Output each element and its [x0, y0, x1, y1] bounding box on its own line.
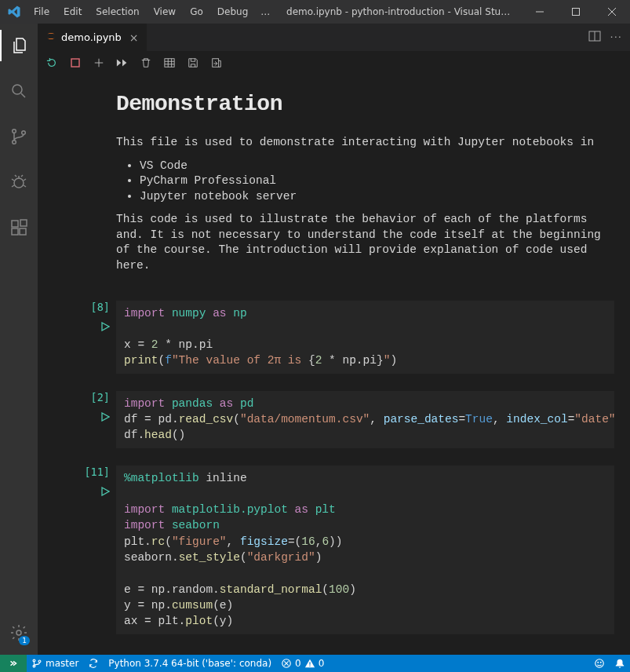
export-icon — [211, 57, 222, 68]
menu-edit[interactable]: Edit — [57, 3, 88, 20]
status-interpreter[interactable]: Python 3.7.4 64-bit ('base': conda) — [104, 655, 276, 672]
clear-outputs-button[interactable] — [140, 57, 152, 69]
restart-kernel-button[interactable] — [46, 57, 58, 69]
search-icon — [9, 82, 28, 100]
error-count: 0 — [295, 658, 301, 669]
menu-selection[interactable]: Selection — [89, 3, 145, 20]
table-icon — [164, 57, 175, 68]
status-bar: master Python 3.7.4 64-bit ('base': cond… — [0, 655, 630, 672]
variables-button[interactable] — [163, 57, 176, 69]
save-icon — [188, 57, 198, 68]
files-icon — [10, 36, 29, 55]
status-branch[interactable]: master — [27, 655, 83, 672]
activity-debug[interactable] — [0, 166, 38, 198]
play-icon — [100, 412, 110, 422]
export-button[interactable] — [210, 57, 223, 69]
run-cell-button[interactable] — [97, 322, 110, 334]
vscode-logo-icon — [0, 5, 27, 19]
jupyter-file-icon — [46, 31, 56, 44]
menu-overflow[interactable]: … — [256, 3, 275, 20]
error-icon — [281, 658, 292, 669]
tab-label: demo.ipynb — [61, 31, 122, 43]
status-problems[interactable]: 0 0 — [276, 655, 329, 672]
status-feedback[interactable] — [589, 655, 610, 672]
run-all-icon — [116, 57, 129, 68]
split-editor-button[interactable] — [588, 30, 601, 45]
settings-badge: 1 — [19, 636, 30, 645]
svg-rect-7 — [12, 228, 18, 235]
tab-close-icon[interactable]: × — [129, 31, 139, 44]
activity-settings[interactable]: 1 — [0, 617, 38, 648]
warning-count: 0 — [319, 658, 325, 669]
markdown-paragraph: This file is used to demonstrate interac… — [116, 135, 614, 151]
menu-view[interactable]: View — [147, 3, 182, 20]
clear-icon — [140, 57, 151, 68]
activity-search[interactable] — [0, 75, 38, 107]
bug-icon — [9, 173, 28, 192]
run-cell-button[interactable] — [97, 487, 110, 499]
svg-point-3 — [13, 141, 16, 144]
svg-point-5 — [14, 178, 24, 188]
minimize-icon — [536, 8, 544, 16]
window-minimize-button[interactable] — [522, 0, 558, 24]
menu-file[interactable]: File — [27, 3, 56, 20]
activity-source-control[interactable] — [0, 121, 38, 152]
code-body[interactable]: %matplotlib inline import matplotlib.pyp… — [116, 466, 614, 634]
code-cell[interactable]: [8] import numpy as np x = 2 * np.pi pri… — [53, 301, 614, 374]
execution-count: [11] — [84, 466, 110, 478]
maximize-icon — [572, 8, 580, 16]
svg-point-15 — [33, 659, 35, 662]
svg-rect-8 — [20, 228, 26, 235]
notebook-body[interactable]: Demonstration This file is used to demon… — [38, 73, 630, 655]
code-cell[interactable]: [11] %matplotlib inline import matplotli… — [53, 466, 614, 634]
bell-icon — [614, 658, 625, 669]
menu-bar: File Edit Selection View Go Debug … — [27, 3, 275, 20]
tab-demo-ipynb[interactable]: demo.ipynb × — [38, 24, 147, 51]
tabs-bar: demo.ipynb × ··· — [38, 24, 630, 51]
split-editor-icon — [588, 30, 601, 42]
save-button[interactable] — [187, 57, 199, 69]
activity-bar: 1 — [0, 24, 38, 655]
markdown-list: VS Code PyCharm Professional Jupyter not… — [140, 159, 614, 205]
list-item: VS Code — [140, 159, 614, 174]
window-title: demo.ipynb - python-introduction - Visua… — [275, 6, 522, 17]
svg-rect-20 — [309, 666, 310, 667]
stop-icon — [71, 58, 80, 68]
svg-point-22 — [598, 662, 599, 663]
svg-rect-13 — [165, 59, 174, 68]
window-close-button[interactable] — [594, 0, 630, 24]
close-icon — [608, 8, 616, 16]
play-icon — [100, 322, 110, 331]
svg-point-4 — [22, 131, 26, 135]
code-body[interactable]: import numpy as np x = 2 * np.pi print(f… — [116, 301, 614, 374]
remote-icon — [8, 658, 19, 669]
interpreter-label: Python 3.7.4 64-bit ('base': conda) — [108, 658, 271, 669]
remote-button[interactable] — [0, 655, 27, 672]
code-cell[interactable]: [2] import pandas as pd df = pd.read_csv… — [53, 391, 614, 448]
add-cell-button[interactable] — [93, 57, 105, 69]
svg-point-10 — [16, 630, 21, 635]
smiley-icon — [594, 658, 605, 669]
branch-icon — [9, 127, 28, 146]
markdown-cell[interactable]: Demonstration This file is used to demon… — [53, 92, 614, 301]
play-icon — [100, 487, 110, 496]
run-cell-button[interactable] — [97, 412, 110, 425]
notebook-toolbar — [38, 51, 630, 73]
activity-extensions[interactable] — [0, 212, 38, 243]
activity-explorer[interactable] — [0, 30, 38, 61]
branch-icon — [31, 658, 42, 669]
status-notifications[interactable] — [610, 655, 630, 672]
run-all-button[interactable] — [116, 57, 129, 69]
svg-point-21 — [595, 659, 604, 668]
menu-debug[interactable]: Debug — [211, 3, 254, 20]
status-sync[interactable] — [83, 655, 104, 672]
markdown-heading: Demonstration — [116, 92, 614, 116]
menu-go[interactable]: Go — [184, 3, 209, 20]
title-bar: File Edit Selection View Go Debug … demo… — [0, 0, 630, 24]
code-body[interactable]: import pandas as pd df = pd.read_csv("da… — [116, 391, 614, 448]
editor-group: demo.ipynb × ··· — [38, 24, 630, 655]
svg-rect-0 — [573, 9, 580, 16]
editor-more-actions[interactable]: ··· — [610, 31, 622, 43]
window-maximize-button[interactable] — [558, 0, 594, 24]
interrupt-kernel-button[interactable] — [69, 57, 82, 69]
